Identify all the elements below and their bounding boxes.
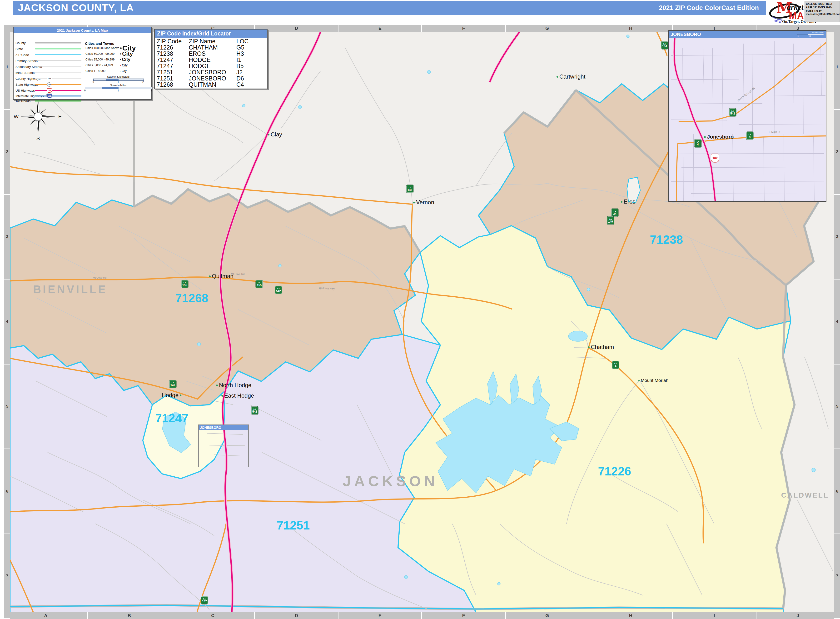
city-class-label: Cities 50,000 - 99,999 xyxy=(85,52,115,55)
city-sample: City xyxy=(120,51,133,57)
state-line-sample xyxy=(35,48,81,49)
grid-numbers-right: 1 2 3 4 5 6 7 xyxy=(834,25,840,619)
us-hwy-line-sample xyxy=(35,90,81,91)
us-hwy-badge-icon: 123 xyxy=(47,88,52,93)
grid-row-label: 4 xyxy=(4,280,10,364)
zip-label-71251: 71251 xyxy=(277,519,310,532)
zip-index-panel: ZIP Code Index/Grid Locator ZIP Code ZIP… xyxy=(154,29,268,89)
minor-line-sample xyxy=(35,72,81,73)
legend-item-county: County xyxy=(15,41,26,45)
city-cartwright: Cartwright xyxy=(556,73,585,80)
loc-cell: C4 xyxy=(236,81,259,88)
grid-col-label: H xyxy=(589,612,673,619)
city-dot xyxy=(221,395,223,397)
city-dot xyxy=(588,346,590,348)
la-144-shield: LA144 xyxy=(661,42,668,49)
zip-cell: 71268 xyxy=(157,81,189,88)
city-dot xyxy=(268,134,269,136)
city-dot xyxy=(216,384,218,386)
legend-item-primary: Primary Streets xyxy=(15,59,37,63)
zip-index-table: ZIP Code ZIP Name LOC 71226CHATHAMG5 712… xyxy=(155,37,267,88)
grid-col-label: F xyxy=(422,612,505,619)
county-label-bienville: BIENVILLE xyxy=(33,283,108,296)
legend-item-state: State xyxy=(15,47,23,51)
loc-cell: D6 xyxy=(236,75,259,81)
grid-row-label: 5 xyxy=(834,365,840,449)
zip-cell: 71251 xyxy=(157,75,189,81)
loc-cell: H3 xyxy=(236,51,259,57)
name-cell: HODGE xyxy=(189,63,236,69)
city-dot xyxy=(413,202,415,203)
secondary-line-sample xyxy=(35,66,81,67)
county-hwy-badge-icon: 123 xyxy=(47,77,52,80)
inset-scale-title: Scale in Miles xyxy=(812,31,824,34)
county-label-caldwell: CALDWELL xyxy=(781,491,829,499)
legend-item-zip: ZIP Code xyxy=(15,53,29,57)
city-eros: Eros xyxy=(621,198,635,205)
grid-col-label: D xyxy=(255,612,338,619)
inset-la-542-shield: LA542 xyxy=(729,109,736,117)
state-hwy-badge-icon: 123 xyxy=(47,82,51,87)
grid-row-label: 7 xyxy=(834,534,840,619)
legend-panel: 2021 Jackson County, LA Map County State… xyxy=(13,27,152,100)
grid-col-label: C xyxy=(171,612,255,619)
col-header-name: ZIP Name xyxy=(189,38,236,44)
scale-tick: 2 xyxy=(142,81,144,83)
la-149-shield: LA149 xyxy=(607,217,614,224)
scale-tick: 0 xyxy=(93,81,94,83)
compass-west-label: W xyxy=(14,114,19,120)
city-clay: Clay xyxy=(268,131,282,138)
grid-row-label: 1 xyxy=(4,25,10,110)
legend-item-us-hwy: US Highways xyxy=(15,89,35,93)
scale-tick: 2 xyxy=(151,89,152,92)
loc-cell: I1 xyxy=(236,57,259,63)
primary-line-sample xyxy=(35,60,81,61)
zip-label-71238: 71238 xyxy=(650,233,683,247)
la-542-shield: LA542 xyxy=(251,407,258,414)
grid-col-label: H xyxy=(589,25,673,32)
road-label: Mt Olive Rd xyxy=(93,276,106,279)
county-line-sample xyxy=(35,42,81,43)
city-dot xyxy=(621,201,622,203)
name-cell: CHATHAM xyxy=(189,44,236,51)
city-class-label: Cities 5,000 - 24,999 xyxy=(85,64,113,67)
grid-letters-bottom: A B C D E F G H I J xyxy=(4,612,840,619)
county-hwy-line-sample xyxy=(35,78,81,79)
inset-extent-box: JONESBORO xyxy=(198,425,249,467)
zip-cell: 71251 xyxy=(157,69,189,75)
city-dot xyxy=(180,395,181,396)
grid-col-label: E xyxy=(338,25,422,32)
map-page: JACKSON COUNTY, LA 2021 ZIP Code ColorCa… xyxy=(0,0,840,619)
grid-numbers-left: 1 2 3 4 5 6 7 xyxy=(4,25,10,619)
cities-and-towns-title: Cities and Towns xyxy=(85,42,114,45)
la-147-shield: LA147 xyxy=(169,380,176,388)
grid-row-label: 3 xyxy=(4,195,10,280)
city-east-hodge: East Hodge xyxy=(221,392,254,399)
jonesboro-inset-map: JONESBORO Scale in Miles 0 0.5 xyxy=(668,30,827,202)
city-sample: City xyxy=(120,57,130,62)
city-class-label: Cities 100,000 and Above xyxy=(85,46,119,50)
grid-row-label: 3 xyxy=(834,195,840,280)
grid-row-label: 4 xyxy=(834,280,840,364)
legend-title: 2021 Jackson County, LA Map xyxy=(13,27,151,33)
interstate-badge-icon: 123 xyxy=(47,94,52,98)
zip-cell: 71247 xyxy=(157,57,189,63)
legend-item-state-hwy: State Highways xyxy=(15,83,38,87)
inset-scale-bar: Scale in Miles 0 0.5 xyxy=(796,31,824,37)
name-cell: EROS xyxy=(189,51,236,57)
legend-item-toll: Toll Roads xyxy=(15,99,30,103)
scale-km-bar xyxy=(93,79,144,81)
la-542-shield: LA542 xyxy=(275,286,282,294)
grid-row-label: 5 xyxy=(4,365,10,449)
grid-col-label: I xyxy=(673,612,756,619)
inset-us-167-shield: 167 xyxy=(711,154,719,163)
compass-east-label: E xyxy=(58,114,62,120)
zip-label-71247: 71247 xyxy=(155,411,188,425)
name-cell: JONESBORO xyxy=(189,75,236,81)
grid-col-label: G xyxy=(506,25,589,32)
city-vernon: Vernon xyxy=(413,199,434,206)
legend-item-minor: Minor Streets xyxy=(15,71,34,75)
city-north-hodge: North Hodge xyxy=(216,382,251,389)
loc-cell: B5 xyxy=(236,63,259,69)
inset-header: JONESBORO Scale in Miles 0 0.5 xyxy=(669,31,826,38)
